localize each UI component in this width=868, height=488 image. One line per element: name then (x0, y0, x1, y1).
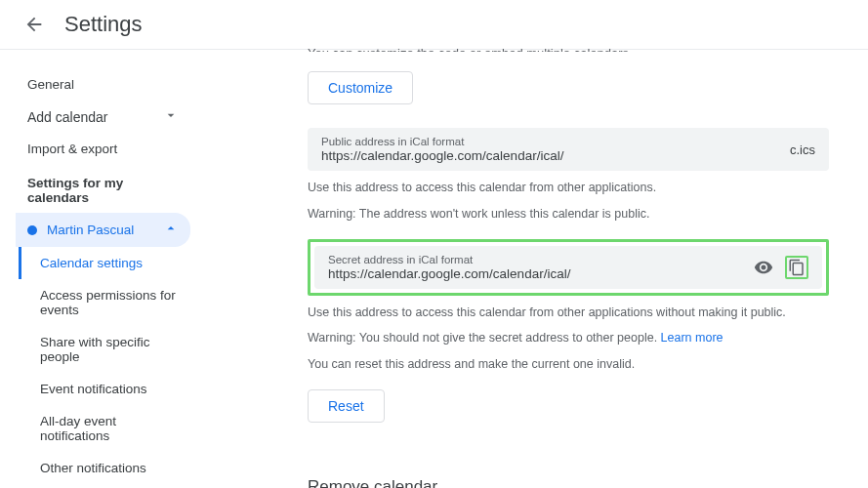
sidebar-item-import-export[interactable]: Import & export (16, 134, 190, 164)
subitem-integrate-calendar[interactable]: Integrate calendar (19, 484, 190, 488)
remove-calendar-title: Remove calendar (308, 477, 829, 488)
secret-help-2-text: Warning: You should not give the secret … (308, 331, 661, 345)
public-address-value: https://calendar.google.com/calendar/ica… (321, 148, 790, 163)
visibility-icon[interactable] (754, 258, 773, 277)
public-address-suffix: c.ics (790, 142, 815, 157)
sidebar-item-general[interactable]: General (16, 69, 190, 100)
sidebar-item-label: Add calendar (27, 109, 108, 125)
sidebar-item-add-calendar[interactable]: Add calendar (16, 100, 190, 134)
public-help-1: Use this address to access this calendar… (308, 179, 829, 197)
sidebar-group-header: Settings for my calendars (16, 164, 190, 213)
secret-help-3: You can reset this address and make the … (308, 355, 829, 374)
public-address-box: Public address in iCal format https://ca… (308, 128, 829, 171)
secret-address-label: Secret address in iCal format (328, 254, 754, 265)
secret-address-box: Secret address in iCal format https://ca… (314, 246, 822, 289)
calendar-owner-name: Martin Pascual (47, 223, 134, 237)
copy-icon[interactable] (788, 259, 806, 276)
calendar-color-dot (27, 225, 37, 235)
sidebar-calendar-owner[interactable]: Martin Pascual (16, 213, 190, 247)
public-help-2: Warning: The address won't work unless t… (308, 205, 829, 224)
secret-help-1: Use this address to access this calendar… (308, 304, 829, 322)
subitem-access-permissions[interactable]: Access permissions for events (19, 279, 190, 326)
learn-more-link-secret[interactable]: Learn more (661, 331, 723, 345)
subitem-calendar-settings[interactable]: Calendar settings (19, 247, 190, 279)
copy-highlight-box (785, 256, 808, 279)
sidebar: General Add calendar Import & export Set… (0, 50, 190, 488)
page-title: Settings (64, 12, 143, 37)
secret-address-value: https://calendar.google.com/calendar/ica… (328, 266, 754, 281)
chevron-down-icon (163, 107, 179, 126)
public-address-label: Public address in iCal format (321, 136, 790, 147)
back-arrow-icon[interactable] (23, 14, 45, 35)
subitem-other-notifications[interactable]: Other notifications (19, 452, 190, 484)
main-content: You can customize the code or embed mult… (190, 50, 868, 488)
secret-help-2: Warning: You should not give the secret … (308, 329, 829, 347)
chevron-up-icon (163, 221, 179, 239)
customize-button[interactable]: Customize (308, 71, 413, 104)
secret-address-highlight: Secret address in iCal format https://ca… (308, 239, 829, 296)
cutoff-text: You can customize the code or embed mult… (308, 46, 829, 52)
reset-button[interactable]: Reset (308, 389, 385, 423)
subitem-share[interactable]: Share with specific people (19, 326, 190, 373)
subitem-event-notifications[interactable]: Event notifications (19, 373, 190, 405)
subitem-allday-notifications[interactable]: All-day event notifications (19, 405, 190, 452)
